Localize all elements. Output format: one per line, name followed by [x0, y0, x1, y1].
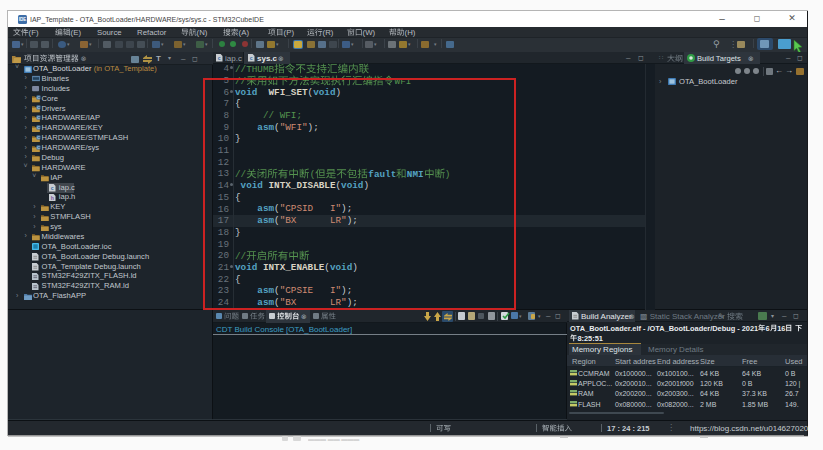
svg-text:C: C [37, 106, 40, 110]
svg-text:h: h [51, 195, 54, 201]
svg-text:C: C [37, 136, 40, 140]
svg-text:c: c [218, 55, 221, 61]
svg-text:C: C [37, 96, 40, 100]
svg-text:c: c [51, 185, 54, 191]
svg-text:C: C [37, 145, 40, 149]
svg-text:C: C [37, 126, 40, 130]
svg-text:c: c [250, 55, 253, 61]
svg-text:C: C [37, 116, 40, 120]
